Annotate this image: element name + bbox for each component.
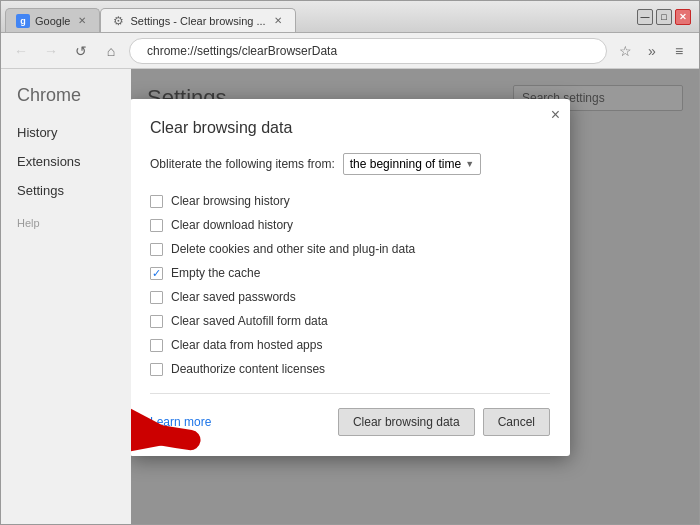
clear-browsing-dialog: × Clear browsing data Obliterate the fol… xyxy=(131,99,570,456)
checkbox-passwords[interactable]: Clear saved passwords xyxy=(150,285,550,309)
cb-browsing-history[interactable] xyxy=(150,195,163,208)
tab-google-close[interactable]: ✕ xyxy=(75,14,89,27)
tab-settings-close[interactable]: ✕ xyxy=(271,14,285,27)
checkbox-cache[interactable]: Empty the cache xyxy=(150,261,550,285)
cb-cache[interactable] xyxy=(150,267,163,280)
cb-cookies[interactable] xyxy=(150,243,163,256)
clear-browsing-data-button[interactable]: Clear browsing data xyxy=(338,408,475,436)
footer-buttons: Clear browsing data Cancel xyxy=(338,408,550,436)
cb-passwords-label: Clear saved passwords xyxy=(171,290,296,304)
cb-passwords[interactable] xyxy=(150,291,163,304)
tab-settings[interactable]: ⚙ Settings - Clear browsing ... ✕ xyxy=(100,8,295,32)
browser-window: g Google ✕ ⚙ Settings - Clear browsing .… xyxy=(0,0,700,525)
star-button[interactable]: ☆ xyxy=(613,39,637,63)
checkbox-content-licenses[interactable]: Deauthorize content licenses xyxy=(150,357,550,381)
reload-button[interactable]: ↺ xyxy=(69,39,93,63)
dialog-close-button[interactable]: × xyxy=(551,107,560,123)
tab-strip: g Google ✕ ⚙ Settings - Clear browsing .… xyxy=(1,1,629,32)
checkbox-browsing-history[interactable]: Clear browsing history xyxy=(150,189,550,213)
maximize-button[interactable]: □ xyxy=(656,9,672,25)
checkbox-autofill[interactable]: Clear saved Autofill form data xyxy=(150,309,550,333)
settings-area: Settings ly optionally disable bar Enabl… xyxy=(131,69,699,524)
time-range-dropdown[interactable]: the beginning of time ▼ xyxy=(343,153,481,175)
cb-autofill[interactable] xyxy=(150,315,163,328)
cb-hosted-apps-label: Clear data from hosted apps xyxy=(171,338,322,352)
cb-cookies-label: Delete cookies and other site and plug-i… xyxy=(171,242,415,256)
minimize-button[interactable]: — xyxy=(637,9,653,25)
cb-browsing-history-label: Clear browsing history xyxy=(171,194,290,208)
cb-content-licenses-label: Deauthorize content licenses xyxy=(171,362,325,376)
back-button[interactable]: ← xyxy=(9,39,33,63)
cb-content-licenses[interactable] xyxy=(150,363,163,376)
cb-hosted-apps[interactable] xyxy=(150,339,163,352)
tab-google[interactable]: g Google ✕ xyxy=(5,8,100,32)
browser-content: Chrome History Extensions Settings Help … xyxy=(1,69,699,524)
dialog-divider xyxy=(150,393,550,394)
checkbox-cookies[interactable]: Delete cookies and other site and plug-i… xyxy=(150,237,550,261)
close-button[interactable]: ✕ xyxy=(675,9,691,25)
time-range-row: Obliterate the following items from: the… xyxy=(150,153,550,175)
forward-button[interactable]: → xyxy=(39,39,63,63)
tab-settings-label: Settings - Clear browsing ... xyxy=(130,15,265,27)
sidebar-section-help: Help xyxy=(1,217,131,233)
cb-cache-label: Empty the cache xyxy=(171,266,260,280)
menu-button[interactable]: ≡ xyxy=(667,39,691,63)
address-bar[interactable]: chrome://settings/clearBrowserData xyxy=(129,38,607,64)
settings-favicon: ⚙ xyxy=(111,14,125,28)
home-button[interactable]: ⌂ xyxy=(99,39,123,63)
nav-bar: ← → ↺ ⌂ chrome://settings/clearBrowserDa… xyxy=(1,33,699,69)
tab-google-label: Google xyxy=(35,15,70,27)
cb-autofill-label: Clear saved Autofill form data xyxy=(171,314,328,328)
learn-more-link[interactable]: Learn more xyxy=(150,415,211,429)
extensions-button[interactable]: » xyxy=(640,39,664,63)
checkbox-hosted-apps[interactable]: Clear data from hosted apps xyxy=(150,333,550,357)
nav-right-controls: ☆ » ≡ xyxy=(613,39,691,63)
address-text: chrome://settings/clearBrowserData xyxy=(147,44,337,58)
dialog-footer: Learn more Clear browsing data Cancel xyxy=(150,408,550,436)
title-bar: g Google ✕ ⚙ Settings - Clear browsing .… xyxy=(1,1,699,33)
sidebar-item-settings[interactable]: Settings xyxy=(1,176,131,205)
cancel-button[interactable]: Cancel xyxy=(483,408,550,436)
obliterate-label: Obliterate the following items from: xyxy=(150,157,335,171)
sidebar-item-extensions[interactable]: Extensions xyxy=(1,147,131,176)
dropdown-arrow-icon: ▼ xyxy=(465,159,474,169)
sidebar: Chrome History Extensions Settings Help xyxy=(1,69,131,524)
google-favicon: g xyxy=(16,14,30,28)
sidebar-brand: Chrome xyxy=(1,85,131,118)
sidebar-item-history[interactable]: History xyxy=(1,118,131,147)
cb-download-history[interactable] xyxy=(150,219,163,232)
modal-overlay: × Clear browsing data Obliterate the fol… xyxy=(131,69,699,524)
checkbox-download-history[interactable]: Clear download history xyxy=(150,213,550,237)
cb-download-history-label: Clear download history xyxy=(171,218,293,232)
window-controls: — □ ✕ xyxy=(629,1,699,32)
time-option-text: the beginning of time xyxy=(350,157,461,171)
dialog-title: Clear browsing data xyxy=(150,119,550,137)
